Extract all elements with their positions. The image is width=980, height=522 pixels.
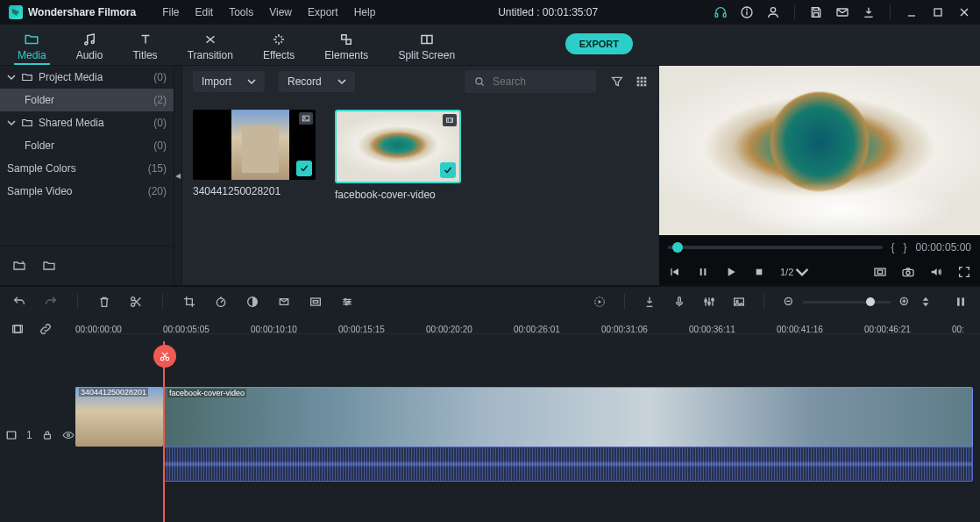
stop-icon[interactable] — [752, 265, 766, 279]
camera-icon[interactable] — [901, 265, 915, 279]
pause-icon[interactable] — [696, 265, 710, 279]
menu-edit[interactable]: Edit — [188, 3, 220, 22]
adjust-icon[interactable] — [340, 295, 354, 309]
search-input[interactable] — [491, 75, 573, 89]
sidebar-group-shared[interactable]: Shared Media (0) — [0, 111, 174, 134]
play-icon[interactable] — [724, 265, 738, 279]
picture-icon[interactable] — [732, 295, 746, 309]
media-sidebar: Project Media (0) Folder (2) Shared Medi… — [0, 66, 174, 285]
menu-export[interactable]: Export — [301, 3, 345, 22]
fit-icon[interactable] — [309, 295, 323, 309]
tab-titles[interactable]: Titles — [132, 32, 157, 65]
download-icon[interactable] — [862, 5, 876, 19]
check-icon[interactable] — [296, 161, 312, 176]
track-index: 1 — [26, 429, 32, 441]
sidebar-sample-colors[interactable]: Sample Colors (15) — [0, 157, 174, 180]
delete-icon[interactable] — [97, 295, 111, 309]
eye-icon[interactable] — [62, 429, 75, 441]
tab-media[interactable]: Media — [18, 32, 46, 65]
new-folder-icon[interactable] — [12, 259, 26, 273]
maximize-icon[interactable] — [931, 5, 945, 19]
sidebar-item-shared-folder[interactable]: Folder (0) — [0, 134, 174, 157]
volume-icon[interactable] — [929, 265, 943, 279]
sidebar-group-shared-count: (0) — [153, 117, 167, 129]
menu-tools[interactable]: Tools — [222, 3, 260, 22]
close-icon[interactable] — [957, 5, 971, 19]
audio-track-clip[interactable] — [163, 447, 973, 482]
zoom-knob[interactable] — [866, 297, 875, 306]
mixer-icon[interactable] — [702, 295, 716, 309]
preview-time: 00:00:05:00 — [916, 241, 971, 254]
media-item[interactable]: facebook-cover-video — [335, 110, 458, 201]
link-icon[interactable] — [11, 322, 25, 336]
grid-icon[interactable] — [635, 75, 649, 89]
trim-open[interactable]: { — [891, 241, 895, 254]
menu-view[interactable]: View — [262, 3, 299, 22]
sidebar-group-project[interactable]: Project Media (0) — [0, 66, 174, 89]
progress-knob[interactable] — [672, 242, 683, 253]
marker-icon[interactable] — [643, 295, 657, 309]
timeline-clip[interactable]: facebook-cover-video — [163, 387, 973, 448]
import-dropdown[interactable]: Import — [193, 71, 265, 92]
trim-close[interactable]: } — [904, 241, 907, 254]
ruler-tick: 00:00:46:21 — [864, 325, 952, 334]
folder-icon[interactable] — [42, 259, 56, 273]
mic-icon[interactable] — [672, 295, 686, 309]
menu-file[interactable]: File — [155, 3, 186, 22]
save-icon[interactable] — [809, 5, 823, 19]
sidebar-sample-video[interactable]: Sample Video (20) — [0, 180, 174, 203]
minimize-icon[interactable] — [905, 5, 919, 19]
crop-icon[interactable] — [182, 295, 196, 309]
sidebar-item-folder[interactable]: Folder (2) — [0, 89, 174, 111]
media-caption: facebook-cover-video — [335, 189, 458, 201]
svg-rect-33 — [671, 268, 671, 275]
media-item[interactable]: 340441250028201 — [193, 110, 316, 201]
tab-elements[interactable]: Elements — [324, 32, 368, 65]
chain-icon[interactable] — [39, 322, 53, 336]
zoom-fit-icon[interactable] — [919, 295, 933, 309]
undo-icon[interactable] — [12, 295, 26, 309]
preview-canvas[interactable] — [659, 66, 980, 235]
fullscreen-icon[interactable] — [957, 265, 971, 279]
check-icon[interactable] — [440, 162, 456, 178]
menu-help[interactable]: Help — [347, 3, 383, 22]
svg-rect-26 — [644, 81, 647, 83]
cut-icon[interactable] — [129, 295, 143, 309]
record-dropdown[interactable]: Record — [279, 71, 355, 92]
zoom-out-icon[interactable] — [782, 295, 796, 309]
timeline-tracks[interactable]: 1 340441250028201 facebook-cover-video — [0, 341, 980, 522]
playback-rate[interactable]: 1/2 — [780, 265, 809, 279]
timeline-clip[interactable]: 340441250028201 — [75, 387, 163, 447]
render-icon[interactable] — [593, 295, 607, 309]
tab-split-screen[interactable]: Split Screen — [398, 32, 455, 65]
redo-icon[interactable] — [44, 295, 58, 309]
freeze-icon[interactable] — [277, 295, 291, 309]
search-icon — [473, 75, 486, 88]
search-box[interactable] — [465, 70, 596, 93]
export-button[interactable]: EXPORT — [565, 33, 633, 54]
ruler-left-icons — [11, 322, 53, 336]
sidebar-sample-colors-label: Sample Colors — [7, 162, 76, 175]
tab-audio[interactable]: Audio — [76, 32, 103, 65]
zoom-in-icon[interactable] — [898, 295, 912, 309]
tab-transition[interactable]: Transition — [188, 32, 233, 65]
track-header: 1 — [5, 429, 75, 441]
preview-progress[interactable] — [668, 246, 883, 249]
zoom-slider[interactable] — [803, 301, 891, 304]
speed-icon[interactable] — [214, 295, 228, 309]
filter-icon[interactable] — [610, 75, 624, 89]
playhead-scissors[interactable] — [153, 345, 176, 368]
sidebar-group-project-label: Project Media — [39, 71, 103, 83]
lock-icon[interactable] — [41, 429, 53, 441]
screenshot-icon[interactable] — [873, 265, 887, 279]
info-icon[interactable] — [740, 5, 754, 19]
user-icon[interactable] — [766, 5, 780, 19]
mail-icon[interactable] — [835, 5, 849, 19]
color-icon[interactable] — [245, 295, 259, 309]
pause-columns-icon[interactable] — [954, 295, 968, 309]
sidebar-collapse-handle[interactable]: ◀ — [174, 66, 182, 285]
prev-icon[interactable] — [668, 265, 682, 279]
timeline-ruler[interactable]: 00:00:00:00 00:00:05:05 00:00:10:10 00:0… — [0, 317, 980, 341]
tab-effects[interactable]: Effects — [263, 32, 295, 65]
headphones-icon[interactable] — [714, 5, 728, 19]
